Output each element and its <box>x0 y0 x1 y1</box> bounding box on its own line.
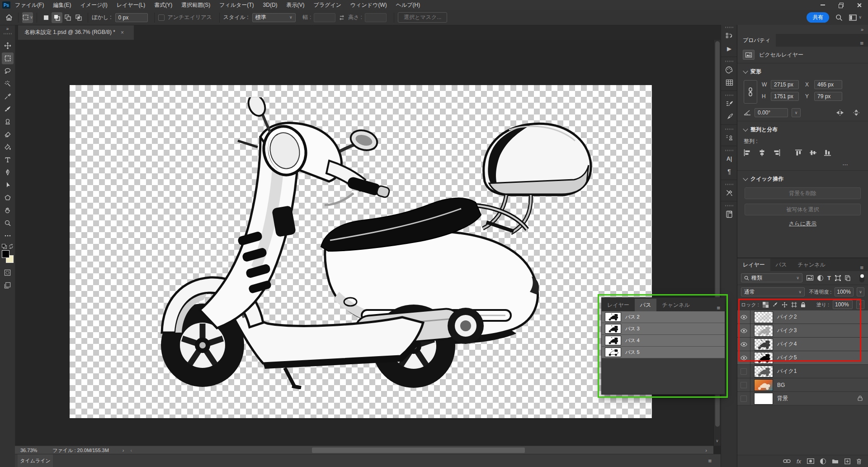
paint-bucket-tool[interactable] <box>2 141 14 153</box>
tab-paths[interactable]: パス <box>635 299 657 311</box>
horizontal-scrollbar[interactable] <box>136 446 702 454</box>
antialias-checkbox[interactable] <box>158 14 165 21</box>
paragraph-panel-icon[interactable]: ¶ <box>723 165 736 178</box>
transform-section-header[interactable]: 変形 <box>744 68 862 76</box>
clone-source-panel-icon[interactable] <box>723 131 736 144</box>
align-bottom-icon[interactable] <box>824 149 831 156</box>
align-center-vertical-icon[interactable] <box>809 149 817 156</box>
y-value-input[interactable] <box>814 92 842 101</box>
layer-thumbnail[interactable] <box>754 311 773 323</box>
tools-panel-icon[interactable] <box>723 186 736 199</box>
timeline-tab[interactable]: タイムライン <box>18 454 53 467</box>
path-row-4[interactable]: パス 4 <box>602 335 725 347</box>
close-button[interactable] <box>850 0 868 10</box>
path-thumbnail[interactable] <box>605 336 621 345</box>
foreground-color-swatch[interactable] <box>2 250 9 258</box>
eraser-tool[interactable] <box>2 129 14 140</box>
scroll-down-icon[interactable]: ∨ <box>716 438 719 443</box>
clone-stamp-tool[interactable] <box>2 116 14 128</box>
select-and-mask-button[interactable]: 選択とマスク... <box>398 12 447 23</box>
visibility-toggle[interactable] <box>737 351 750 364</box>
layer-thumbnail[interactable] <box>754 325 773 337</box>
filter-toggle[interactable] <box>859 274 864 282</box>
layer-row-bike1[interactable]: バイク1 <box>737 365 868 378</box>
tab-channels[interactable]: チャンネル <box>792 258 830 271</box>
paths-floating-panel[interactable]: レイヤー パス チャンネル ≡ パス 2 パス 3 パス 4 パス 5 <box>601 297 725 395</box>
visibility-toggle[interactable] <box>737 310 750 324</box>
align-top-icon[interactable] <box>795 149 802 156</box>
path-row-3[interactable]: パス 3 <box>602 323 725 335</box>
path-thumbnail[interactable] <box>605 312 621 322</box>
menu-edit[interactable]: 編集(E) <box>48 0 75 10</box>
menu-filter[interactable]: フィルター(T) <box>215 0 258 10</box>
height-input[interactable] <box>365 13 387 22</box>
link-dimensions-button[interactable] <box>744 80 757 104</box>
hand-tool[interactable] <box>2 205 14 216</box>
layers-menu-icon[interactable]: ≡ <box>860 264 863 271</box>
zoom-level[interactable]: 36.73% <box>15 448 37 453</box>
path-thumbnail[interactable] <box>605 348 621 357</box>
blend-mode-select[interactable]: 通常∨ <box>741 287 805 296</box>
visibility-toggle[interactable] <box>737 392 750 405</box>
path-row-2[interactable]: パス 2 <box>602 311 725 323</box>
align-left-icon[interactable] <box>744 149 751 156</box>
rectangular-marquee-tool[interactable] <box>2 52 14 64</box>
dock-gripper[interactable] <box>725 27 733 28</box>
menu-plugins[interactable]: プラグイン <box>309 0 346 10</box>
lock-transparent-icon[interactable] <box>763 302 769 308</box>
layer-row-bike3[interactable]: バイク3 <box>737 324 868 338</box>
selection-new-button[interactable] <box>41 12 52 23</box>
menu-3d[interactable]: 3D(D) <box>259 0 282 10</box>
visibility-toggle[interactable] <box>737 378 750 391</box>
swap-colors-icon[interactable] <box>9 244 14 249</box>
flip-horizontal-icon[interactable] <box>835 110 844 116</box>
add-mask-icon[interactable] <box>807 458 814 464</box>
close-tab-icon[interactable]: × <box>121 29 124 36</box>
delete-layer-icon[interactable] <box>856 458 862 464</box>
hscroll-right-icon[interactable]: › <box>705 448 707 453</box>
search-icon[interactable] <box>835 14 843 21</box>
menu-image[interactable]: イメージ(I) <box>75 0 112 10</box>
brush-tool[interactable] <box>2 103 14 115</box>
path-selection-tool[interactable] <box>2 179 14 191</box>
shape-tool[interactable] <box>2 192 14 204</box>
layer-row-bg[interactable]: BG <box>737 378 868 392</box>
menu-file[interactable]: ファイル(F) <box>10 0 48 10</box>
collapse-toolbar-icon[interactable]: » <box>6 26 9 31</box>
magic-wand-tool[interactable] <box>2 78 14 90</box>
selection-add-button[interactable] <box>52 12 62 23</box>
brushes-panel-icon[interactable] <box>723 110 736 123</box>
libraries-panel-icon[interactable] <box>723 208 736 220</box>
filter-type-layers-icon[interactable]: T <box>827 275 831 281</box>
swap-dimensions-button[interactable] <box>336 12 347 23</box>
lock-position-icon[interactable] <box>782 302 788 308</box>
tab-layers[interactable]: レイヤー <box>602 299 635 311</box>
layer-row-bike5[interactable]: バイク5 <box>737 351 868 365</box>
lock-artboard-icon[interactable] <box>791 302 797 308</box>
menu-type[interactable]: 書式(Y) <box>150 0 177 10</box>
actions-panel-icon[interactable]: ▶ <box>723 42 736 55</box>
minimize-button[interactable] <box>814 0 832 10</box>
properties-menu-icon[interactable]: ≡ <box>860 40 863 47</box>
quick-mask-button[interactable] <box>2 267 14 278</box>
color-swatches[interactable] <box>2 250 14 263</box>
layer-thumbnail[interactable] <box>754 352 773 364</box>
remove-background-button[interactable]: 背景を削除 <box>745 187 861 199</box>
lock-all-icon[interactable] <box>801 302 806 308</box>
layer-style-icon[interactable]: fx <box>797 458 801 465</box>
menu-help[interactable]: ヘルプ(H) <box>392 0 425 10</box>
hscroll-left-icon[interactable]: ‹ <box>131 448 132 453</box>
rotation-input[interactable]: 0.00° <box>755 108 788 117</box>
flip-vertical-icon[interactable] <box>853 109 860 116</box>
style-select[interactable]: 標準∨ <box>252 13 296 22</box>
selection-intersect-button[interactable] <box>73 12 84 23</box>
brush-settings-panel-icon[interactable] <box>723 97 736 110</box>
screen-mode-button[interactable] <box>2 279 14 291</box>
collapse-panels-icon[interactable]: » <box>737 25 868 34</box>
tab-paths[interactable]: パス <box>770 258 793 271</box>
toolbar-gripper[interactable] <box>4 33 12 34</box>
new-layer-icon[interactable] <box>844 458 850 464</box>
visibility-toggle[interactable] <box>737 365 750 378</box>
filter-smart-objects-icon[interactable] <box>845 275 850 281</box>
visibility-toggle[interactable] <box>737 324 750 337</box>
